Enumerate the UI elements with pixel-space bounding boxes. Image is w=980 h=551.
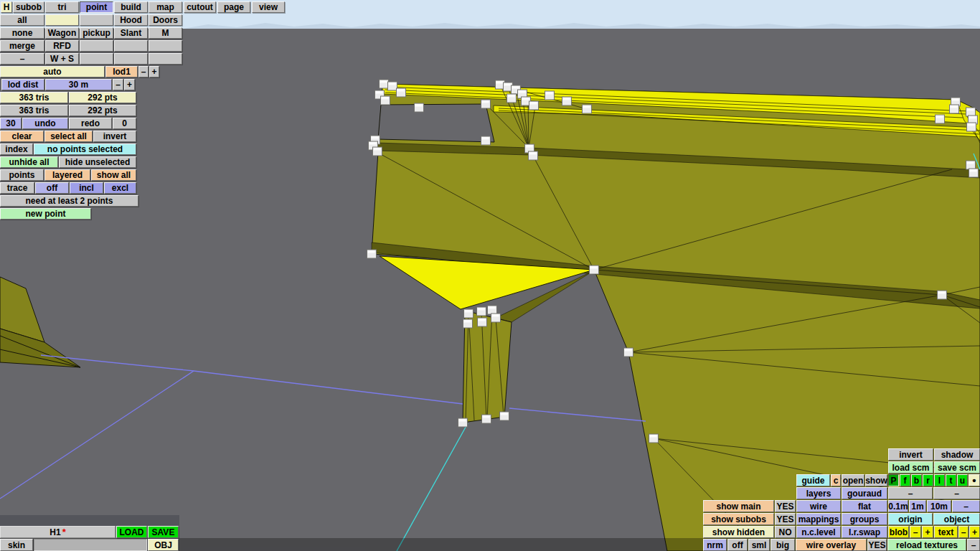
layers-dash-b-button[interactable]: – bbox=[933, 487, 980, 499]
nrm-big-button[interactable]: big bbox=[771, 539, 795, 551]
grid-01m-button[interactable]: 0.1m bbox=[888, 500, 908, 512]
menu-item-point[interactable]: point bbox=[80, 1, 113, 13]
menu-item-tri[interactable]: tri bbox=[45, 1, 79, 13]
nrm-button[interactable]: nrm bbox=[703, 539, 727, 551]
wire-overlay-value[interactable]: YES bbox=[867, 539, 887, 551]
subob-empty-cell[interactable] bbox=[80, 40, 113, 52]
subob-rfd[interactable]: RFD bbox=[45, 40, 79, 52]
subob-empty-cell[interactable] bbox=[45, 14, 79, 26]
lod-minus-button[interactable]: – bbox=[138, 66, 149, 77]
subob-wagon[interactable]: Wagon bbox=[45, 27, 79, 39]
skin-field[interactable] bbox=[34, 539, 147, 551]
menu-item-cutout[interactable]: cutout bbox=[184, 1, 216, 13]
lod-level-button[interactable]: lod1 bbox=[105, 66, 138, 77]
nrm-off-button[interactable]: off bbox=[727, 539, 748, 551]
subob-all[interactable]: all bbox=[0, 14, 44, 26]
lod-dist-plus-button[interactable]: + bbox=[124, 79, 135, 90]
save-scm-button[interactable]: save scm bbox=[934, 461, 980, 474]
wire-overlay-button[interactable]: wire overlay bbox=[796, 539, 867, 551]
select-all-button[interactable]: select all bbox=[44, 131, 93, 142]
lod-dist-value[interactable]: 30 m bbox=[45, 79, 112, 90]
view-p-button[interactable]: P bbox=[888, 474, 899, 486]
view-b-button[interactable]: b bbox=[911, 474, 922, 486]
load-button[interactable]: LOAD bbox=[116, 526, 147, 538]
grid-1m-button[interactable]: 1m bbox=[909, 500, 926, 512]
trace-excl-button[interactable]: excl bbox=[104, 182, 136, 194]
new-point-button[interactable]: new point bbox=[0, 208, 91, 220]
menu-item-map[interactable]: map bbox=[149, 1, 182, 13]
subob-empty-cell[interactable] bbox=[80, 14, 113, 26]
menu-item-h[interactable]: H bbox=[1, 1, 12, 13]
scm-invert-button[interactable]: invert bbox=[888, 448, 933, 461]
menu-item-build[interactable]: build bbox=[114, 1, 148, 13]
guide-c-button[interactable]: c bbox=[831, 474, 841, 486]
invert-button[interactable]: invert bbox=[93, 131, 136, 142]
text-button[interactable]: text bbox=[934, 526, 958, 538]
show-all-button[interactable]: show all bbox=[91, 169, 136, 181]
menu-item-view[interactable]: view bbox=[252, 1, 285, 13]
subob-merge[interactable]: merge bbox=[0, 40, 44, 52]
lod-dist-minus-button[interactable]: – bbox=[113, 79, 123, 90]
show-subobs-button[interactable]: show subobs bbox=[703, 513, 774, 525]
viewport-3d[interactable] bbox=[0, 0, 980, 551]
redo-button[interactable]: redo bbox=[69, 118, 112, 129]
subob-slant[interactable]: Slant bbox=[114, 27, 148, 39]
subob-doors[interactable]: Doors bbox=[149, 14, 182, 26]
menu-item-subob[interactable]: subob bbox=[13, 1, 44, 13]
subob-empty-cell[interactable] bbox=[114, 53, 148, 65]
subob-empty-cell[interactable] bbox=[114, 40, 148, 52]
trace-incl-button[interactable]: incl bbox=[70, 182, 103, 194]
wire-button[interactable]: wire bbox=[796, 500, 841, 512]
subob-empty-cell[interactable] bbox=[149, 53, 182, 65]
gouraud-button[interactable]: gouraud bbox=[842, 487, 887, 499]
object-button[interactable]: object bbox=[933, 513, 980, 525]
view-t-button[interactable]: t bbox=[946, 474, 956, 486]
grid-10m-button[interactable]: 10m bbox=[927, 500, 951, 512]
subob-hood[interactable]: Hood bbox=[114, 14, 148, 26]
view-l-button[interactable]: l bbox=[934, 474, 945, 486]
show-main-value[interactable]: YES bbox=[775, 500, 796, 512]
view-u-button[interactable]: u bbox=[957, 474, 968, 486]
show-hidden-value[interactable]: NO bbox=[775, 526, 796, 538]
nrm-sml-button[interactable]: sml bbox=[748, 539, 770, 551]
scm-shadow-button[interactable]: shadow bbox=[934, 448, 980, 461]
model-name-field[interactable]: H1* bbox=[0, 526, 116, 538]
show-subobs-value[interactable]: YES bbox=[775, 513, 796, 525]
subob-m[interactable]: M bbox=[149, 27, 182, 39]
nc-level-button[interactable]: n.c.level bbox=[796, 526, 841, 538]
view-f-button[interactable]: f bbox=[900, 474, 910, 486]
show-main-button[interactable]: show main bbox=[703, 500, 774, 512]
points-button[interactable]: points bbox=[0, 169, 44, 181]
reload-dash-button[interactable]: – bbox=[967, 539, 980, 551]
blob-minus-button[interactable]: – bbox=[910, 526, 921, 538]
guide-show-button[interactable]: show bbox=[865, 474, 887, 486]
subob-w-plus-s[interactable]: W + S bbox=[45, 53, 79, 65]
obj-button[interactable]: OBJ bbox=[148, 539, 179, 551]
lod-plus-button[interactable]: + bbox=[149, 66, 159, 77]
clear-button[interactable]: clear bbox=[0, 131, 44, 142]
origin-button[interactable]: origin bbox=[888, 513, 933, 525]
flat-button[interactable]: flat bbox=[842, 500, 887, 512]
hide-unselected-button[interactable]: hide unselected bbox=[59, 156, 136, 168]
lod-dist-label[interactable]: lod dist bbox=[1, 79, 44, 90]
mappings-button[interactable]: mappings bbox=[796, 513, 841, 525]
subob-none[interactable]: none bbox=[0, 27, 44, 39]
layers-dash-a-button[interactable]: – bbox=[888, 487, 933, 499]
index-button[interactable]: index bbox=[0, 143, 33, 155]
layers-button[interactable]: layers bbox=[796, 487, 841, 499]
subob-empty-cell[interactable] bbox=[80, 53, 113, 65]
guide-button[interactable]: guide bbox=[796, 474, 830, 486]
unhide-all-button[interactable]: unhide all bbox=[0, 156, 58, 168]
trace-off-button[interactable]: off bbox=[35, 182, 69, 194]
skin-button[interactable]: skin bbox=[0, 539, 33, 551]
save-button[interactable]: SAVE bbox=[148, 526, 179, 538]
undo-button[interactable]: undo bbox=[22, 118, 68, 129]
blob-plus-button[interactable]: + bbox=[922, 526, 933, 538]
reload-textures-button[interactable]: reload textures bbox=[887, 539, 966, 551]
subob-pickup[interactable]: pickup bbox=[80, 27, 113, 39]
lod-auto-button[interactable]: auto bbox=[0, 66, 105, 77]
groups-button[interactable]: groups bbox=[842, 513, 887, 525]
load-scm-button[interactable]: load scm bbox=[888, 461, 933, 474]
view-r-button[interactable]: r bbox=[923, 474, 933, 486]
layered-button[interactable]: layered bbox=[44, 169, 90, 181]
